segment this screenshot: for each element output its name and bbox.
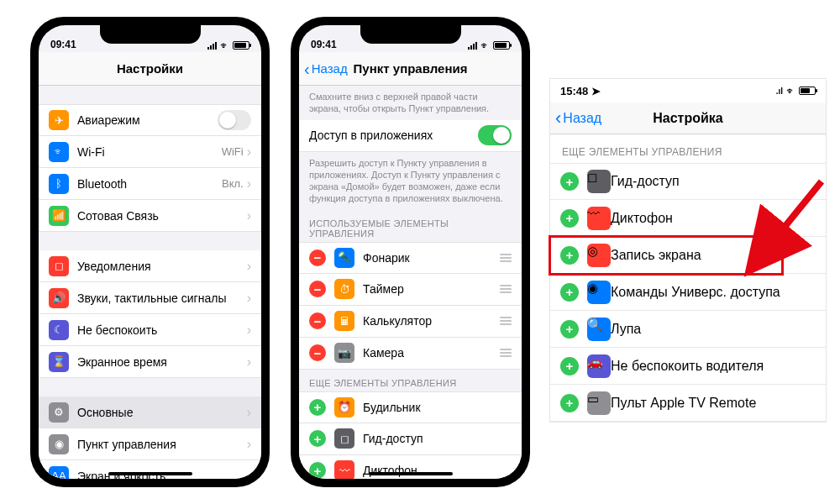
- access-in-apps-row[interactable]: Доступ в приложениях: [299, 120, 522, 152]
- home-indicator: [108, 472, 192, 475]
- add-button[interactable]: +: [560, 172, 579, 191]
- control-row[interactable]: − 🔦 Фонарик: [299, 242, 522, 274]
- drag-handle-icon[interactable]: [500, 317, 512, 325]
- settings-row[interactable]: ◻Уведомления›: [39, 250, 261, 282]
- control-row[interactable]: − ⏱ Таймер: [299, 274, 522, 306]
- settings-row[interactable]: ◉Пункт управления›: [39, 428, 261, 460]
- row-label: Лупа: [611, 322, 641, 337]
- status-bar: 15:48 ➤ .ıl ᯤ: [550, 79, 826, 102]
- control-row[interactable]: +🚗Не беспокоить водителя: [550, 348, 826, 385]
- app-icon: ☾: [49, 320, 69, 340]
- app-icon: ◉: [587, 281, 611, 304]
- row-label: Камера: [363, 346, 500, 360]
- back-button[interactable]: ‹ Назад: [555, 109, 601, 128]
- chevron-right-icon: ›: [247, 291, 251, 306]
- section-header: ИСПОЛЬЗУЕМЫЕ ЭЛЕМЕНТЫ УПРАВЛЕНИЯ: [299, 210, 522, 242]
- control-row[interactable]: − 📷 Камера: [299, 338, 522, 370]
- control-row[interactable]: + ⏰ Будильник: [299, 391, 522, 423]
- chevron-right-icon: ›: [247, 144, 251, 160]
- row-label: Wi-Fi: [77, 145, 222, 159]
- add-button[interactable]: +: [560, 357, 579, 375]
- drag-handle-icon[interactable]: [500, 349, 512, 357]
- page-title: Настройка: [653, 111, 722, 126]
- settings-row[interactable]: ☾Не беспокоить›: [39, 314, 261, 346]
- control-row[interactable]: +◎Запись экрана: [550, 237, 826, 274]
- chevron-right-icon: ›: [247, 259, 251, 274]
- settings-row[interactable]: ᛒBluetoothВкл.›: [39, 168, 261, 200]
- row-label: Пункт управления: [77, 438, 247, 451]
- drag-handle-icon[interactable]: [500, 285, 512, 293]
- settings-row[interactable]: ⌛Экранное время›: [39, 346, 261, 378]
- add-button[interactable]: +: [560, 320, 579, 339]
- remove-button[interactable]: −: [309, 312, 326, 329]
- settings-row[interactable]: ⚙Основные›: [39, 396, 261, 428]
- app-icon: ◻: [587, 170, 611, 193]
- row-label: Будильник: [363, 401, 512, 414]
- row-label: Команды Универс. доступа: [611, 285, 780, 300]
- remove-button[interactable]: −: [309, 281, 326, 297]
- control-row[interactable]: − 🖩 Калькулятор: [299, 306, 522, 338]
- status-time: 15:48: [560, 85, 588, 97]
- toggle-switch[interactable]: [478, 125, 512, 145]
- row-label: Доступ в приложениях: [309, 129, 478, 142]
- navbar: ‹ Назад Настройка: [550, 102, 826, 134]
- control-row[interactable]: +▭Пульт Apple TV Remote: [550, 385, 826, 422]
- add-button[interactable]: +: [309, 462, 326, 479]
- add-button[interactable]: +: [560, 246, 579, 265]
- add-button[interactable]: +: [560, 394, 579, 412]
- row-value: Вкл.: [222, 177, 244, 190]
- settings-row[interactable]: 🔊Звуки, тактильные сигналы›: [39, 282, 261, 314]
- app-icon: ⚙: [49, 402, 69, 423]
- row-label: Гид-доступ: [363, 432, 512, 445]
- app-icon: 🚗: [587, 354, 611, 378]
- row-value: WiFi: [222, 145, 244, 158]
- row-label: Запись экрана: [611, 248, 701, 263]
- toggle-switch[interactable]: [218, 110, 251, 130]
- settings-row[interactable]: ᯤWi-FiWiFi›: [39, 136, 261, 168]
- settings-row[interactable]: AAЭкран и яркость›: [39, 460, 261, 479]
- control-row[interactable]: +◻Гид-доступ: [550, 163, 826, 200]
- battery-icon: [493, 41, 510, 50]
- control-row[interactable]: +◉Команды Универс. доступа: [550, 274, 826, 311]
- description: Смахните вниз с верхней правой части экр…: [299, 86, 522, 120]
- drag-handle-icon[interactable]: [500, 254, 512, 262]
- chevron-left-icon: ‹: [304, 60, 310, 77]
- chevron-right-icon: ›: [247, 437, 251, 452]
- app-icon: 📷: [334, 343, 354, 363]
- battery-icon: [233, 41, 249, 50]
- wifi-icon: ᯤ: [480, 40, 490, 50]
- app-icon: ᛒ: [49, 174, 69, 194]
- page-title: Пункт управления: [354, 61, 468, 76]
- remove-button[interactable]: −: [309, 249, 326, 266]
- app-icon: ◻: [334, 428, 354, 449]
- app-icon: 〰: [587, 207, 611, 230]
- row-label: Не беспокоить водителя: [611, 359, 764, 374]
- add-button[interactable]: +: [309, 399, 326, 416]
- access-description: Разрешить доступ к Пункту управления в п…: [299, 152, 522, 210]
- control-row[interactable]: + ◻ Гид-доступ: [299, 423, 522, 455]
- add-button[interactable]: +: [560, 283, 579, 302]
- row-label: Гид-доступ: [611, 174, 680, 189]
- app-icon: ◻: [49, 256, 69, 276]
- back-button[interactable]: ‹ Назад: [304, 60, 348, 77]
- app-icon: ⌛: [49, 352, 69, 372]
- row-label: Калькулятор: [363, 314, 500, 328]
- app-icon: ⏰: [334, 397, 354, 417]
- row-label: Экранное время: [77, 355, 247, 369]
- chevron-right-icon: ›: [247, 354, 251, 370]
- wifi-icon: ᯤ: [786, 86, 795, 96]
- home-indicator: [369, 472, 453, 475]
- signal-icon: [207, 42, 217, 50]
- add-button[interactable]: +: [309, 430, 326, 447]
- remove-button[interactable]: −: [309, 344, 326, 361]
- row-label: Диктофон: [611, 211, 673, 226]
- navbar: ‹ Назад Пункт управления: [299, 52, 522, 86]
- app-icon: 🔊: [49, 288, 69, 308]
- add-button[interactable]: +: [560, 209, 579, 228]
- settings-row[interactable]: ✈Авиарежим: [39, 104, 261, 136]
- row-label: Основные: [77, 406, 247, 419]
- control-row[interactable]: +🔍Лупа: [550, 311, 826, 348]
- app-icon: 🖩: [334, 311, 354, 331]
- control-row[interactable]: +〰Диктофон: [550, 200, 826, 237]
- settings-row[interactable]: 📶Сотовая Связь›: [39, 200, 261, 232]
